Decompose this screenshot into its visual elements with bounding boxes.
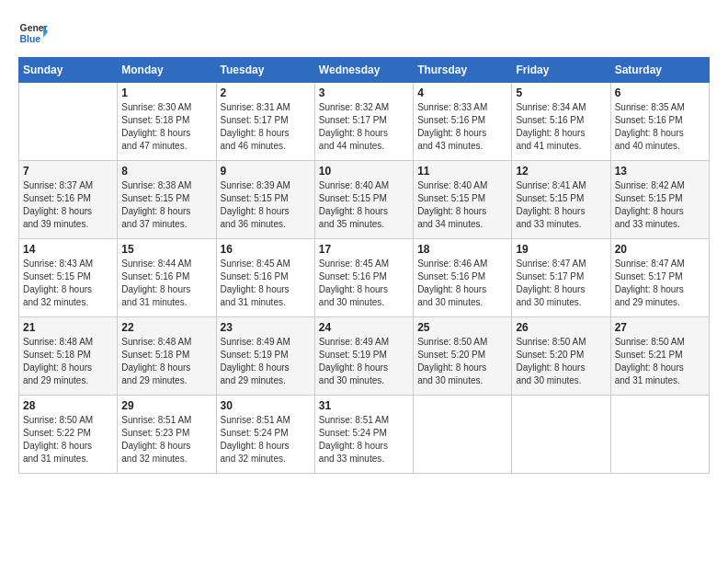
day-number: 13 (615, 165, 705, 178)
day-number: 15 (121, 243, 211, 256)
day-info: Sunrise: 8:34 AM Sunset: 5:16 PM Dayligh… (516, 101, 606, 153)
logo: General Blue (18, 18, 48, 48)
day-number: 19 (516, 243, 606, 256)
calendar-week-4: 21Sunrise: 8:48 AM Sunset: 5:18 PM Dayli… (19, 317, 710, 396)
weekday-monday: Monday (118, 58, 216, 83)
calendar-table: SundayMondayTuesdayWednesdayThursdayFrid… (18, 57, 710, 474)
calendar-cell: 23Sunrise: 8:49 AM Sunset: 5:19 PM Dayli… (216, 317, 314, 396)
calendar-cell: 14Sunrise: 8:43 AM Sunset: 5:15 PM Dayli… (19, 239, 118, 317)
day-info: Sunrise: 8:51 AM Sunset: 5:23 PM Dayligh… (121, 414, 211, 465)
weekday-thursday: Thursday (414, 58, 512, 83)
day-number: 22 (121, 321, 211, 334)
day-info: Sunrise: 8:49 AM Sunset: 5:19 PM Dayligh… (221, 336, 311, 387)
calendar-body: 1Sunrise: 8:30 AM Sunset: 5:18 PM Daylig… (19, 83, 710, 474)
day-info: Sunrise: 8:35 AM Sunset: 5:16 PM Dayligh… (615, 101, 705, 153)
calendar-cell: 29Sunrise: 8:51 AM Sunset: 5:23 PM Dayli… (118, 396, 216, 474)
svg-text:Blue: Blue (20, 34, 41, 44)
day-info: Sunrise: 8:47 AM Sunset: 5:17 PM Dayligh… (516, 258, 606, 309)
calendar-cell: 24Sunrise: 8:49 AM Sunset: 5:19 PM Dayli… (314, 317, 413, 396)
day-number: 28 (23, 399, 113, 412)
calendar-cell: 30Sunrise: 8:51 AM Sunset: 5:24 PM Dayli… (216, 396, 314, 474)
day-number: 27 (615, 321, 705, 334)
day-info: Sunrise: 8:45 AM Sunset: 5:16 PM Dayligh… (319, 258, 409, 309)
day-info: Sunrise: 8:40 AM Sunset: 5:15 PM Dayligh… (417, 179, 507, 231)
calendar-cell: 26Sunrise: 8:50 AM Sunset: 5:20 PM Dayli… (512, 317, 610, 396)
day-info: Sunrise: 8:48 AM Sunset: 5:18 PM Dayligh… (23, 336, 113, 387)
calendar-cell: 13Sunrise: 8:42 AM Sunset: 5:15 PM Dayli… (610, 161, 709, 239)
day-number: 5 (516, 86, 606, 99)
day-number: 11 (417, 165, 507, 178)
day-info: Sunrise: 8:50 AM Sunset: 5:21 PM Dayligh… (615, 336, 705, 387)
weekday-saturday: Saturday (610, 58, 709, 83)
calendar-week-2: 7Sunrise: 8:37 AM Sunset: 5:16 PM Daylig… (19, 161, 710, 239)
calendar-cell: 18Sunrise: 8:46 AM Sunset: 5:16 PM Dayli… (414, 239, 512, 317)
calendar-cell: 1Sunrise: 8:30 AM Sunset: 5:18 PM Daylig… (118, 83, 216, 161)
calendar-cell: 19Sunrise: 8:47 AM Sunset: 5:17 PM Dayli… (512, 239, 610, 317)
calendar-cell: 7Sunrise: 8:37 AM Sunset: 5:16 PM Daylig… (19, 161, 118, 239)
calendar-cell: 27Sunrise: 8:50 AM Sunset: 5:21 PM Dayli… (610, 317, 709, 396)
day-number: 10 (319, 165, 409, 178)
day-number: 30 (221, 399, 311, 412)
calendar-cell: 16Sunrise: 8:45 AM Sunset: 5:16 PM Dayli… (216, 239, 314, 317)
calendar-week-3: 14Sunrise: 8:43 AM Sunset: 5:15 PM Dayli… (19, 239, 710, 317)
day-number: 6 (615, 86, 705, 99)
day-info: Sunrise: 8:48 AM Sunset: 5:18 PM Dayligh… (121, 336, 211, 387)
day-info: Sunrise: 8:37 AM Sunset: 5:16 PM Dayligh… (23, 179, 113, 231)
day-number: 18 (417, 243, 507, 256)
day-info: Sunrise: 8:44 AM Sunset: 5:16 PM Dayligh… (121, 258, 211, 309)
calendar-cell (512, 396, 610, 474)
calendar-cell: 11Sunrise: 8:40 AM Sunset: 5:15 PM Dayli… (414, 161, 512, 239)
calendar-cell: 6Sunrise: 8:35 AM Sunset: 5:16 PM Daylig… (610, 83, 709, 161)
day-number: 24 (319, 321, 409, 334)
calendar-cell: 8Sunrise: 8:38 AM Sunset: 5:15 PM Daylig… (118, 161, 216, 239)
calendar-week-5: 28Sunrise: 8:50 AM Sunset: 5:22 PM Dayli… (19, 396, 710, 474)
day-info: Sunrise: 8:51 AM Sunset: 5:24 PM Dayligh… (319, 414, 409, 465)
calendar-cell: 25Sunrise: 8:50 AM Sunset: 5:20 PM Dayli… (414, 317, 512, 396)
day-info: Sunrise: 8:47 AM Sunset: 5:17 PM Dayligh… (615, 258, 705, 309)
day-info: Sunrise: 8:30 AM Sunset: 5:18 PM Dayligh… (121, 101, 211, 153)
day-number: 1 (121, 86, 211, 99)
day-info: Sunrise: 8:38 AM Sunset: 5:15 PM Dayligh… (121, 179, 211, 231)
day-number: 3 (319, 86, 409, 99)
day-info: Sunrise: 8:40 AM Sunset: 5:15 PM Dayligh… (319, 179, 409, 231)
day-number: 8 (121, 165, 211, 178)
calendar-cell: 22Sunrise: 8:48 AM Sunset: 5:18 PM Dayli… (118, 317, 216, 396)
day-info: Sunrise: 8:41 AM Sunset: 5:15 PM Dayligh… (516, 179, 606, 231)
day-info: Sunrise: 8:39 AM Sunset: 5:15 PM Dayligh… (221, 179, 311, 231)
day-number: 9 (221, 165, 311, 178)
calendar-cell (414, 396, 512, 474)
day-info: Sunrise: 8:49 AM Sunset: 5:19 PM Dayligh… (319, 336, 409, 387)
day-number: 31 (319, 399, 409, 412)
day-number: 29 (121, 399, 211, 412)
day-info: Sunrise: 8:42 AM Sunset: 5:15 PM Dayligh… (615, 179, 705, 231)
calendar-cell: 4Sunrise: 8:33 AM Sunset: 5:16 PM Daylig… (414, 83, 512, 161)
day-number: 17 (319, 243, 409, 256)
calendar-cell: 10Sunrise: 8:40 AM Sunset: 5:15 PM Dayli… (314, 161, 413, 239)
calendar-cell (610, 396, 709, 474)
calendar-cell: 20Sunrise: 8:47 AM Sunset: 5:17 PM Dayli… (610, 239, 709, 317)
day-number: 23 (221, 321, 311, 334)
day-number: 26 (516, 321, 606, 334)
day-info: Sunrise: 8:31 AM Sunset: 5:17 PM Dayligh… (221, 101, 311, 153)
weekday-tuesday: Tuesday (216, 58, 314, 83)
day-number: 20 (615, 243, 705, 256)
day-info: Sunrise: 8:32 AM Sunset: 5:17 PM Dayligh… (319, 101, 409, 153)
calendar-cell: 21Sunrise: 8:48 AM Sunset: 5:18 PM Dayli… (19, 317, 118, 396)
calendar-cell: 9Sunrise: 8:39 AM Sunset: 5:15 PM Daylig… (216, 161, 314, 239)
day-number: 12 (516, 165, 606, 178)
day-number: 16 (221, 243, 311, 256)
logo-icon: General Blue (18, 18, 48, 48)
day-number: 14 (23, 243, 113, 256)
day-number: 21 (23, 321, 113, 334)
header: General Blue (18, 18, 710, 48)
day-info: Sunrise: 8:45 AM Sunset: 5:16 PM Dayligh… (221, 258, 311, 309)
calendar-cell: 3Sunrise: 8:32 AM Sunset: 5:17 PM Daylig… (314, 83, 413, 161)
weekday-friday: Friday (512, 58, 610, 83)
weekday-sunday: Sunday (19, 58, 118, 83)
day-info: Sunrise: 8:51 AM Sunset: 5:24 PM Dayligh… (221, 414, 311, 465)
calendar-cell: 17Sunrise: 8:45 AM Sunset: 5:16 PM Dayli… (314, 239, 413, 317)
calendar-cell: 15Sunrise: 8:44 AM Sunset: 5:16 PM Dayli… (118, 239, 216, 317)
day-number: 25 (417, 321, 507, 334)
calendar-cell: 2Sunrise: 8:31 AM Sunset: 5:17 PM Daylig… (216, 83, 314, 161)
day-info: Sunrise: 8:50 AM Sunset: 5:20 PM Dayligh… (516, 336, 606, 387)
